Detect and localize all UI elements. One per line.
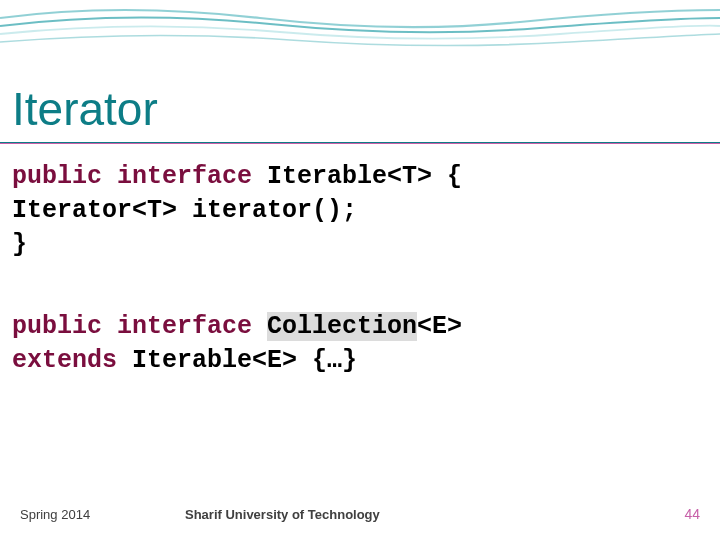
page-number: 44 [684, 506, 700, 522]
keyword-public: public [12, 312, 102, 341]
keyword-extends: extends [12, 346, 117, 375]
keyword-public: public [12, 162, 102, 191]
code-line: } [12, 228, 462, 262]
code-block-collection: public interface Collection<E> extends I… [12, 310, 462, 378]
footer-date: Spring 2014 [20, 507, 90, 522]
code-text: Iterator<T> iterator(); [12, 196, 357, 225]
title-underline [0, 142, 720, 144]
type-name-collection: Collection [267, 312, 417, 341]
keyword-interface: interface [117, 162, 252, 191]
code-text: Iterable<E> {…} [117, 346, 357, 375]
wave-decoration [0, 0, 720, 60]
code-text: <E> [417, 312, 462, 341]
code-line: Iterator<T> iterator(); [12, 194, 462, 228]
code-line: public interface Collection<E> [12, 310, 462, 344]
keyword-interface: interface [117, 312, 252, 341]
code-line: public interface Iterable<T> { [12, 160, 462, 194]
slide-title: Iterator [12, 82, 158, 136]
code-text: Iterable<T> { [252, 162, 462, 191]
footer-institution: Sharif University of Technology [185, 507, 380, 522]
code-line: extends Iterable<E> {…} [12, 344, 462, 378]
code-text: } [12, 230, 27, 259]
code-block-iterable: public interface Iterable<T> { Iterator<… [12, 160, 462, 261]
